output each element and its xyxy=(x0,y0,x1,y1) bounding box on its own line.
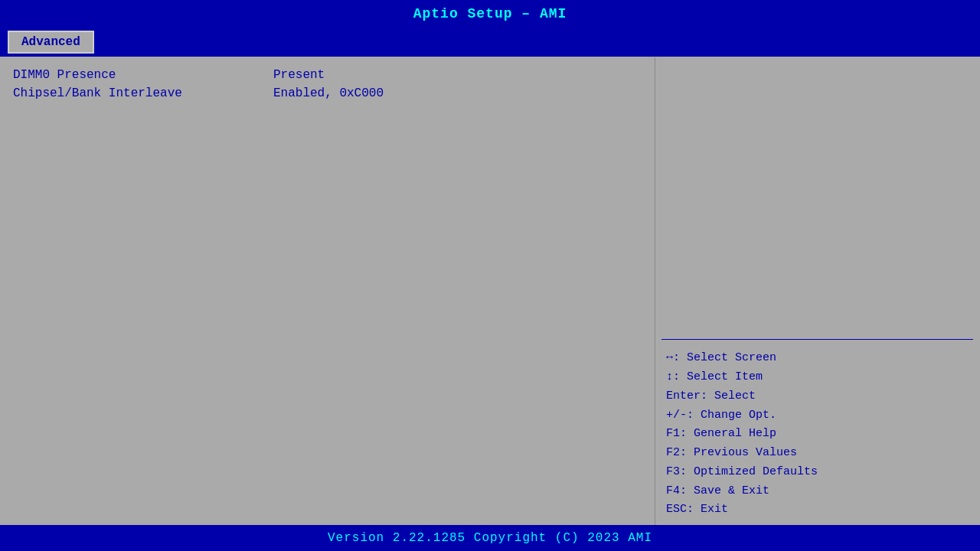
help-line: ↕: Select Item xyxy=(666,368,969,387)
help-line: F4: Save & Exit xyxy=(666,482,969,501)
right-top xyxy=(655,57,979,339)
setting-label: DIMM0 Presence xyxy=(13,68,273,82)
help-line: F2: Previous Values xyxy=(666,444,969,463)
help-line: F3: Optimized Defaults xyxy=(666,463,969,482)
settings-row: DIMM0 PresencePresent xyxy=(13,68,642,82)
left-panel: DIMM0 PresencePresentChipsel/Bank Interl… xyxy=(1,57,655,529)
help-line: F1: General Help xyxy=(666,425,969,444)
settings-list: DIMM0 PresencePresentChipsel/Bank Interl… xyxy=(13,68,642,100)
setting-value: Present xyxy=(273,68,325,82)
help-line: ↔: Select Screen xyxy=(666,349,969,368)
help-line: Enter: Select xyxy=(666,387,969,406)
main-content: DIMM0 PresencePresentChipsel/Bank Interl… xyxy=(0,57,980,530)
right-help: ↔: Select Screen↕: Select ItemEnter: Sel… xyxy=(655,340,979,529)
help-line: +/-: Change Opt. xyxy=(666,406,969,425)
footer-text: Version 2.22.1285 Copyright (C) 2023 AMI xyxy=(328,531,652,545)
footer: Version 2.22.1285 Copyright (C) 2023 AMI xyxy=(0,525,980,551)
header: Aptio Setup – AMI Advanced xyxy=(0,0,980,57)
right-panel: ↔: Select Screen↕: Select ItemEnter: Sel… xyxy=(655,57,979,529)
setting-label: Chipsel/Bank Interleave xyxy=(13,86,273,100)
tab-advanced[interactable]: Advanced xyxy=(8,31,94,54)
setting-value: Enabled, 0xC000 xyxy=(273,86,384,100)
header-title: Aptio Setup – AMI xyxy=(413,6,567,21)
settings-row: Chipsel/Bank InterleaveEnabled, 0xC000 xyxy=(13,86,642,100)
help-line: ESC: Exit xyxy=(666,500,969,520)
